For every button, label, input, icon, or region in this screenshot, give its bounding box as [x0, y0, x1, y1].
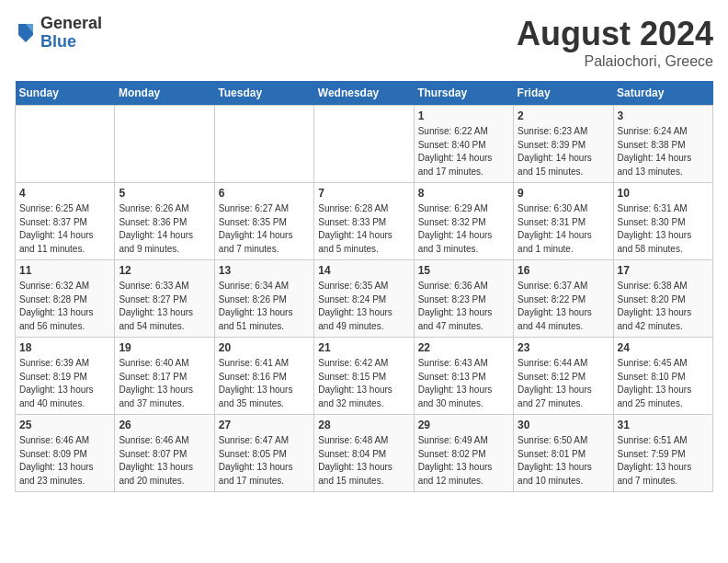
calendar-week-row: 4Sunrise: 6:25 AM Sunset: 8:37 PM Daylig…: [16, 183, 713, 260]
day-number: 8: [418, 187, 509, 200]
calendar-cell: 22Sunrise: 6:43 AM Sunset: 8:13 PM Dayli…: [414, 338, 513, 415]
calendar-cell: 13Sunrise: 6:34 AM Sunset: 8:26 PM Dayli…: [214, 260, 313, 338]
calendar-cell: 12Sunrise: 6:33 AM Sunset: 8:27 PM Dayli…: [115, 260, 214, 338]
calendar-cell: 26Sunrise: 6:46 AM Sunset: 8:07 PM Dayli…: [115, 415, 214, 492]
weekday-header-monday: Monday: [115, 81, 214, 106]
calendar-cell: [115, 106, 214, 183]
weekday-header-row: SundayMondayTuesdayWednesdayThursdayFrid…: [16, 81, 713, 106]
day-info: Sunrise: 6:38 AM Sunset: 8:20 PM Dayligh…: [618, 280, 709, 333]
day-number: 19: [119, 341, 210, 354]
calendar-cell: 29Sunrise: 6:49 AM Sunset: 8:02 PM Dayli…: [414, 415, 513, 492]
calendar-cell: 3Sunrise: 6:24 AM Sunset: 8:38 PM Daylig…: [613, 106, 712, 183]
day-number: 23: [518, 341, 609, 354]
day-number: 12: [119, 264, 210, 277]
weekday-header-friday: Friday: [514, 81, 613, 106]
day-number: 26: [119, 419, 210, 431]
day-info: Sunrise: 6:31 AM Sunset: 8:30 PM Dayligh…: [618, 202, 709, 256]
day-number: 3: [618, 109, 709, 122]
day-number: 14: [318, 264, 409, 277]
day-number: 27: [219, 419, 310, 431]
logo-blue-text: Blue: [40, 33, 102, 52]
day-number: 9: [518, 187, 609, 200]
calendar-cell: 9Sunrise: 6:30 AM Sunset: 8:31 PM Daylig…: [514, 183, 613, 260]
day-info: Sunrise: 6:41 AM Sunset: 8:16 PM Dayligh…: [219, 357, 310, 410]
calendar-cell: 2Sunrise: 6:23 AM Sunset: 8:39 PM Daylig…: [514, 106, 613, 183]
day-number: 16: [518, 264, 609, 277]
day-info: Sunrise: 6:42 AM Sunset: 8:15 PM Dayligh…: [318, 357, 409, 410]
day-number: 7: [318, 187, 409, 200]
calendar-cell: [214, 106, 313, 183]
calendar-week-row: 25Sunrise: 6:46 AM Sunset: 8:09 PM Dayli…: [16, 415, 713, 492]
weekday-header-saturday: Saturday: [613, 81, 712, 106]
calendar-cell: 25Sunrise: 6:46 AM Sunset: 8:09 PM Dayli…: [16, 415, 115, 492]
calendar-table: SundayMondayTuesdayWednesdayThursdayFrid…: [15, 81, 713, 492]
day-number: 25: [19, 419, 110, 431]
day-info: Sunrise: 6:46 AM Sunset: 8:09 PM Dayligh…: [19, 434, 110, 488]
calendar-week-row: 1Sunrise: 6:22 AM Sunset: 8:40 PM Daylig…: [16, 106, 713, 183]
day-info: Sunrise: 6:45 AM Sunset: 8:10 PM Dayligh…: [618, 357, 709, 410]
day-info: Sunrise: 6:37 AM Sunset: 8:22 PM Dayligh…: [518, 280, 609, 333]
day-number: 18: [19, 341, 110, 354]
logo-icon: [15, 20, 37, 46]
weekday-header-tuesday: Tuesday: [214, 81, 313, 106]
day-number: 30: [518, 419, 609, 431]
day-number: 4: [19, 187, 110, 200]
day-info: Sunrise: 6:33 AM Sunset: 8:27 PM Dayligh…: [119, 280, 210, 333]
calendar-cell: [16, 106, 115, 183]
day-info: Sunrise: 6:32 AM Sunset: 8:28 PM Dayligh…: [19, 280, 110, 333]
day-number: 13: [219, 264, 310, 277]
calendar-cell: [314, 106, 414, 183]
day-number: 21: [318, 341, 409, 354]
day-number: 31: [618, 419, 709, 431]
calendar-cell: 31Sunrise: 6:51 AM Sunset: 7:59 PM Dayli…: [613, 415, 712, 492]
location-subtitle: Palaiochori, Greece: [517, 53, 713, 70]
day-number: 22: [418, 341, 509, 354]
calendar-cell: 18Sunrise: 6:39 AM Sunset: 8:19 PM Dayli…: [16, 338, 115, 415]
day-info: Sunrise: 6:29 AM Sunset: 8:32 PM Dayligh…: [418, 202, 509, 256]
day-number: 5: [119, 187, 210, 200]
weekday-header-wednesday: Wednesday: [314, 81, 414, 106]
calendar-cell: 19Sunrise: 6:40 AM Sunset: 8:17 PM Dayli…: [115, 338, 214, 415]
day-info: Sunrise: 6:26 AM Sunset: 8:36 PM Dayligh…: [119, 202, 210, 256]
day-info: Sunrise: 6:27 AM Sunset: 8:35 PM Dayligh…: [219, 202, 310, 256]
calendar-cell: 17Sunrise: 6:38 AM Sunset: 8:20 PM Dayli…: [613, 260, 712, 338]
day-info: Sunrise: 6:43 AM Sunset: 8:13 PM Dayligh…: [418, 357, 509, 410]
day-info: Sunrise: 6:39 AM Sunset: 8:19 PM Dayligh…: [19, 357, 110, 410]
day-number: 20: [219, 341, 310, 354]
calendar-cell: 23Sunrise: 6:44 AM Sunset: 8:12 PM Dayli…: [514, 338, 613, 415]
calendar-cell: 4Sunrise: 6:25 AM Sunset: 8:37 PM Daylig…: [16, 183, 115, 260]
day-number: 6: [219, 187, 310, 200]
weekday-header-thursday: Thursday: [414, 81, 513, 106]
day-number: 17: [618, 264, 709, 277]
day-info: Sunrise: 6:28 AM Sunset: 8:33 PM Dayligh…: [318, 202, 409, 256]
day-info: Sunrise: 6:40 AM Sunset: 8:17 PM Dayligh…: [119, 357, 210, 410]
day-number: 1: [418, 109, 509, 122]
day-number: 24: [618, 341, 709, 354]
calendar-cell: 7Sunrise: 6:28 AM Sunset: 8:33 PM Daylig…: [314, 183, 414, 260]
day-info: Sunrise: 6:35 AM Sunset: 8:24 PM Dayligh…: [318, 280, 409, 333]
calendar-cell: 6Sunrise: 6:27 AM Sunset: 8:35 PM Daylig…: [214, 183, 313, 260]
calendar-cell: 21Sunrise: 6:42 AM Sunset: 8:15 PM Dayli…: [314, 338, 414, 415]
day-number: 2: [518, 109, 609, 122]
day-info: Sunrise: 6:30 AM Sunset: 8:31 PM Dayligh…: [518, 202, 609, 256]
day-number: 11: [19, 264, 110, 277]
day-info: Sunrise: 6:49 AM Sunset: 8:02 PM Dayligh…: [418, 434, 509, 488]
calendar-cell: 16Sunrise: 6:37 AM Sunset: 8:22 PM Dayli…: [514, 260, 613, 338]
page-header: General Blue August 2024 Palaiochori, Gr…: [15, 15, 713, 70]
calendar-cell: 30Sunrise: 6:50 AM Sunset: 8:01 PM Dayli…: [514, 415, 613, 492]
calendar-week-row: 18Sunrise: 6:39 AM Sunset: 8:19 PM Dayli…: [16, 338, 713, 415]
calendar-cell: 14Sunrise: 6:35 AM Sunset: 8:24 PM Dayli…: [314, 260, 414, 338]
logo-general-text: General: [40, 15, 102, 33]
day-info: Sunrise: 6:48 AM Sunset: 8:04 PM Dayligh…: [318, 434, 409, 488]
day-info: Sunrise: 6:24 AM Sunset: 8:38 PM Dayligh…: [618, 125, 709, 178]
day-info: Sunrise: 6:22 AM Sunset: 8:40 PM Dayligh…: [418, 125, 509, 178]
day-info: Sunrise: 6:47 AM Sunset: 8:05 PM Dayligh…: [219, 434, 310, 488]
calendar-week-row: 11Sunrise: 6:32 AM Sunset: 8:28 PM Dayli…: [16, 260, 713, 338]
day-info: Sunrise: 6:23 AM Sunset: 8:39 PM Dayligh…: [518, 125, 609, 178]
calendar-cell: 1Sunrise: 6:22 AM Sunset: 8:40 PM Daylig…: [414, 106, 513, 183]
calendar-cell: 10Sunrise: 6:31 AM Sunset: 8:30 PM Dayli…: [613, 183, 712, 260]
day-info: Sunrise: 6:34 AM Sunset: 8:26 PM Dayligh…: [219, 280, 310, 333]
weekday-header-sunday: Sunday: [16, 81, 115, 106]
day-number: 29: [418, 419, 509, 431]
calendar-cell: 15Sunrise: 6:36 AM Sunset: 8:23 PM Dayli…: [414, 260, 513, 338]
